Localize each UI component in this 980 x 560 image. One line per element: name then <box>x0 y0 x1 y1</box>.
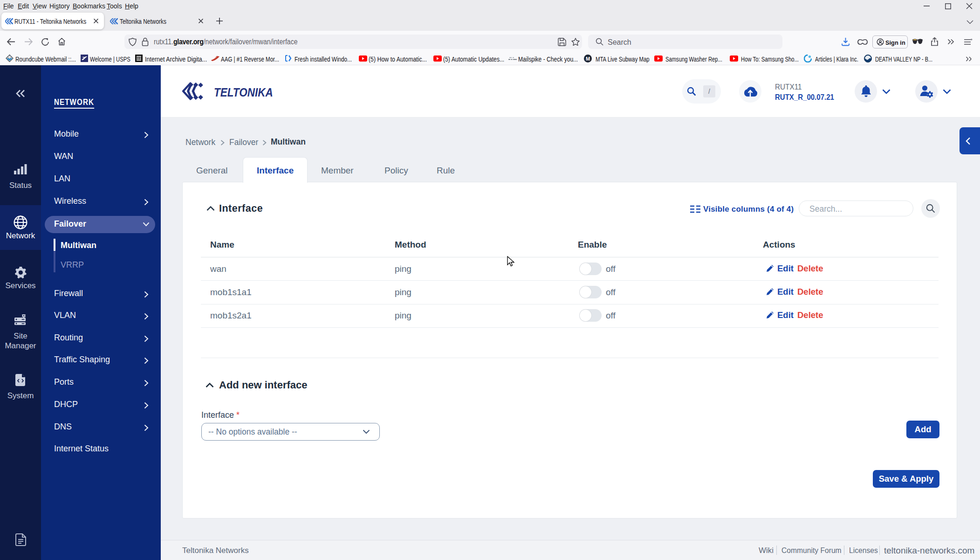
svg-text:M: M <box>586 56 590 62</box>
